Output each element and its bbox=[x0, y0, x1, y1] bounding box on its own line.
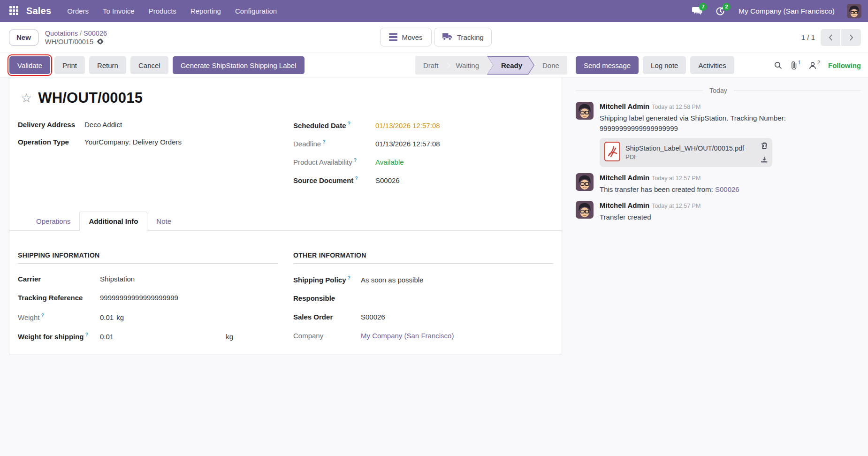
search-messages-icon[interactable] bbox=[774, 61, 782, 69]
field-product-availability: Product Availability? Available bbox=[293, 157, 553, 166]
followers-count: 2 bbox=[817, 60, 820, 65]
help-icon: ? bbox=[85, 332, 88, 337]
tab-additional-info[interactable]: Additional Info bbox=[79, 212, 147, 231]
avatar[interactable] bbox=[576, 201, 594, 219]
attachments-count: 1 bbox=[798, 60, 801, 65]
print-button[interactable]: Print bbox=[54, 56, 85, 74]
menu-configuration[interactable]: Configuration bbox=[235, 7, 277, 15]
field-deadline: Deadline? 01/13/2026 12:57:08 bbox=[293, 139, 553, 148]
attachment-type: PDF bbox=[625, 153, 756, 160]
chevron-right-icon bbox=[849, 34, 854, 41]
stage-waiting[interactable]: Waiting bbox=[448, 56, 487, 75]
list-icon bbox=[389, 33, 397, 41]
weight-unit: kg bbox=[116, 313, 124, 321]
delivery-address-value[interactable]: Deco Addict bbox=[84, 121, 122, 129]
stage-ready-active[interactable]: Ready bbox=[487, 56, 534, 75]
source-document-value[interactable]: S00026 bbox=[375, 176, 400, 184]
weight-for-shipping-value[interactable]: 0.01 bbox=[100, 333, 213, 341]
carrier-value[interactable]: Shipstation bbox=[100, 275, 135, 283]
sales-order-value[interactable]: S00026 bbox=[361, 313, 385, 321]
weight-label: Weight? bbox=[18, 312, 100, 321]
field-operation-type: Operation Type YourCompany: Delivery Ord… bbox=[18, 138, 278, 146]
help-icon: ? bbox=[348, 275, 350, 281]
message: Mitchell AdminToday at 12:58 PM Shipping… bbox=[576, 102, 861, 167]
control-panel: New Quotations/S00026 WH/OUT/00015 Moves bbox=[0, 22, 868, 53]
breadcrumb-separator: / bbox=[80, 30, 82, 37]
stage-done[interactable]: Done bbox=[534, 56, 567, 75]
generate-shipstation-label-button[interactable]: Generate ShipStation Shipping Label bbox=[173, 56, 305, 74]
source-order-link[interactable]: S00026 bbox=[715, 185, 739, 193]
shipping-policy-value[interactable]: As soon as possible bbox=[361, 276, 423, 284]
message-text: Shipping label generated via ShipStation… bbox=[600, 113, 861, 134]
product-availability-value: Available bbox=[375, 158, 404, 166]
validate-button[interactable]: Validate bbox=[9, 56, 50, 74]
app-brand[interactable]: Sales bbox=[26, 6, 51, 16]
date-divider: Today bbox=[576, 87, 861, 94]
favorite-star-icon[interactable]: ☆ bbox=[21, 92, 32, 105]
deadline-value[interactable]: 01/13/2026 12:57:08 bbox=[375, 140, 440, 148]
delete-attachment-icon[interactable] bbox=[761, 142, 768, 149]
message-author[interactable]: Mitchell Admin bbox=[600, 201, 649, 209]
breadcrumb-sale-order[interactable]: S00026 bbox=[84, 30, 107, 37]
attachments-icon[interactable]: 1 bbox=[790, 61, 801, 69]
following-button[interactable]: Following bbox=[828, 61, 861, 69]
help-icon: ? bbox=[348, 121, 350, 126]
menu-orders[interactable]: Orders bbox=[67, 7, 89, 15]
attachment-filename[interactable]: ShipStation_Label_WH/OUT/00015.pdf bbox=[625, 144, 756, 152]
delivery-address-label: Delivery Address bbox=[18, 121, 84, 129]
field-shipping-policy: Shipping Policy? As soon as possible bbox=[293, 275, 553, 284]
menu-reporting[interactable]: Reporting bbox=[190, 7, 221, 15]
followers-icon[interactable]: 2 bbox=[809, 61, 820, 69]
tracking-reference-value[interactable]: 99999999999999999999 bbox=[100, 294, 178, 302]
message-author[interactable]: Mitchell Admin bbox=[600, 102, 649, 110]
product-availability-label: Product Availability? bbox=[293, 157, 375, 166]
tab-operations[interactable]: Operations bbox=[27, 212, 79, 230]
avatar[interactable] bbox=[576, 102, 594, 120]
download-attachment-icon[interactable] bbox=[761, 156, 768, 163]
message-author[interactable]: Mitchell Admin bbox=[600, 174, 649, 182]
moves-button[interactable]: Moves bbox=[380, 28, 432, 46]
cancel-button[interactable]: Cancel bbox=[130, 56, 168, 74]
stage-draft[interactable]: Draft bbox=[415, 56, 447, 75]
activities-icon[interactable]: 2 bbox=[715, 6, 726, 16]
apps-grid-icon[interactable] bbox=[9, 6, 20, 16]
log-note-button[interactable]: Log note bbox=[643, 56, 686, 74]
field-carrier: Carrier Shipstation bbox=[18, 275, 278, 283]
weight-for-shipping-unit: kg bbox=[226, 333, 233, 341]
activities-button[interactable]: Activities bbox=[690, 56, 734, 74]
avatar[interactable] bbox=[576, 173, 594, 191]
main-content: ☆ WH/OUT/00015 Delivery Address Deco Add… bbox=[0, 77, 868, 456]
send-message-button[interactable]: Send message bbox=[576, 56, 639, 74]
field-sales-order: Sales Order S00026 bbox=[293, 313, 553, 321]
messages-icon[interactable]: 7 bbox=[692, 6, 703, 16]
main-menu: Orders To Invoice Products Reporting Con… bbox=[67, 7, 277, 15]
scheduled-date-value[interactable]: 01/13/2026 12:57:08 bbox=[375, 122, 440, 129]
return-button[interactable]: Return bbox=[89, 56, 126, 74]
action-buttons: Validate Print Return Cancel Generate Sh… bbox=[9, 56, 305, 74]
new-button[interactable]: New bbox=[9, 30, 38, 46]
menu-to-invoice[interactable]: To Invoice bbox=[103, 7, 135, 15]
operation-type-label: Operation Type bbox=[18, 138, 84, 146]
statusbar: Draft Waiting Ready Done bbox=[415, 56, 567, 75]
chatter-buttons: Send message Log note Activities bbox=[576, 56, 734, 74]
tracking-button[interactable]: Tracking bbox=[434, 28, 492, 46]
weight-value: 0.01 bbox=[100, 313, 114, 321]
responsible-label: Responsible bbox=[293, 294, 361, 302]
field-tracking-reference: Tracking Reference 99999999999999999999 bbox=[18, 294, 278, 302]
field-company: Company My Company (San Francisco) bbox=[293, 332, 553, 340]
pager-next-button[interactable] bbox=[841, 29, 861, 46]
operation-type-value[interactable]: YourCompany: Delivery Orders bbox=[84, 138, 182, 146]
gear-icon[interactable] bbox=[97, 38, 104, 45]
company-value[interactable]: My Company (San Francisco) bbox=[361, 332, 454, 340]
user-avatar[interactable] bbox=[847, 4, 861, 18]
attachment-card[interactable]: ShipStation_Label_WH/OUT/00015.pdf PDF bbox=[600, 138, 772, 167]
pager-previous-button[interactable] bbox=[821, 29, 840, 46]
tab-note[interactable]: Note bbox=[147, 212, 180, 230]
breadcrumb-quotations[interactable]: Quotations bbox=[45, 30, 78, 37]
chevron-left-icon bbox=[828, 34, 833, 41]
pager-count: 1 / 1 bbox=[801, 33, 815, 41]
company-switcher[interactable]: My Company (San Francisco) bbox=[739, 7, 835, 15]
truck-icon bbox=[442, 32, 453, 42]
menu-products[interactable]: Products bbox=[149, 7, 176, 15]
help-icon: ? bbox=[41, 312, 44, 318]
